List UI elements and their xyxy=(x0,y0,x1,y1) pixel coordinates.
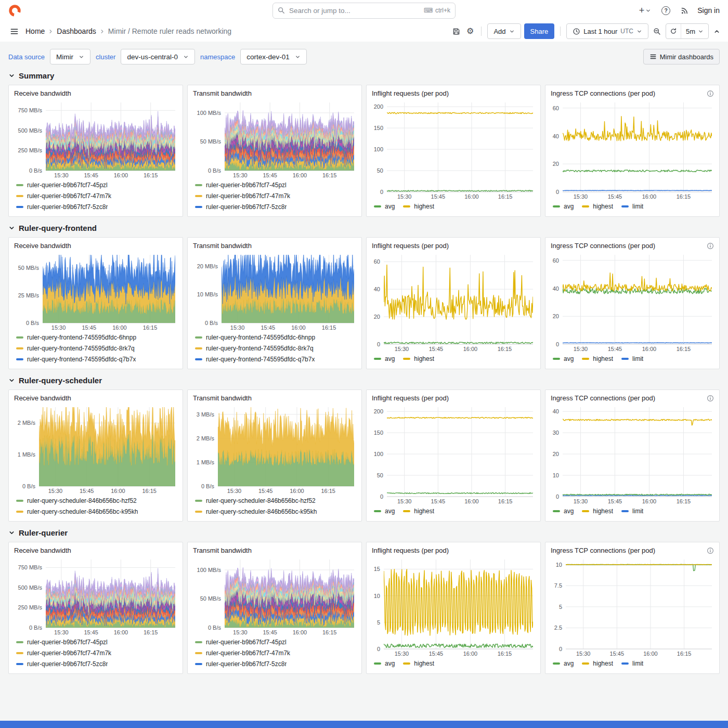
legend-item[interactable]: avg xyxy=(374,203,395,210)
breadcrumb-item[interactable]: Dashboards xyxy=(57,27,96,35)
panel-title[interactable]: Receive bandwidth xyxy=(14,547,71,554)
legend-item[interactable]: ruler-querier-b9b67fcf7-47m7k xyxy=(13,190,178,201)
time-series-plot[interactable]: 020406015:3015:4516:0016:15 xyxy=(550,251,715,353)
section-header-ruler-query-scheduler[interactable]: Ruler-query-scheduler xyxy=(8,376,720,385)
legend-item[interactable]: avg xyxy=(553,203,574,210)
legend-item[interactable]: limit xyxy=(621,660,643,667)
legend-item[interactable]: ruler-query-frontend-745595dfdc-q7b7x xyxy=(192,354,357,365)
datasource-filter-value[interactable]: Mimir xyxy=(50,49,90,64)
legend-item[interactable]: ruler-querier-b9b67fcf7-5zc8r xyxy=(192,658,357,669)
panel-title[interactable]: Transmit bandwidth xyxy=(193,547,252,554)
legend-item[interactable]: ruler-query-frontend-745595dfdc-8rk7q xyxy=(192,343,357,354)
breadcrumb-item[interactable]: Home xyxy=(25,27,45,35)
new-menu-button[interactable]: + xyxy=(638,4,653,17)
panel-info-button[interactable] xyxy=(707,395,714,402)
time-series-plot[interactable]: 0 B/s250 MB/s500 MB/s750 MB/s15:3015:451… xyxy=(13,99,178,179)
legend-item[interactable]: ruler-query-scheduler-846b656bc-hzf52 xyxy=(192,495,357,506)
panel-title[interactable]: Receive bandwidth xyxy=(14,89,71,97)
legend-item[interactable]: avg xyxy=(553,355,574,362)
mimir-dashboards-button[interactable]: Mimir dashboards xyxy=(643,49,720,64)
legend-item[interactable]: highest xyxy=(403,508,434,515)
grafana-logo[interactable] xyxy=(8,4,21,17)
panel-info-button[interactable] xyxy=(707,90,714,97)
time-series-plot[interactable]: 0 B/s1 MB/s2 MB/s3 MB/s15:3015:4516:0016… xyxy=(192,404,357,495)
legend-item[interactable]: highest xyxy=(582,660,613,667)
panel-title[interactable]: Ingress TCP connections (per pod) xyxy=(551,89,655,97)
time-series-plot[interactable]: 0 B/s250 MB/s500 MB/s750 MB/s15:3015:451… xyxy=(13,556,178,636)
dashboard-settings-button[interactable]: ⚙ xyxy=(465,25,475,37)
legend-item[interactable]: avg xyxy=(553,660,574,667)
panel-title[interactable]: Ingress TCP connections (per pod) xyxy=(551,242,655,250)
time-series-plot[interactable]: 01020304015:3015:4516:0016:15 xyxy=(550,404,715,505)
panel-title[interactable]: Receive bandwidth xyxy=(14,242,71,250)
time-series-plot[interactable]: 0 B/s50 MB/s100 MB/s15:3015:4516:0016:15 xyxy=(192,556,357,636)
legend-item[interactable]: ruler-query-scheduler-846b656bc-k95kh xyxy=(13,506,178,517)
time-series-plot[interactable]: 020406015:3015:4516:0016:15 xyxy=(550,99,715,201)
zoom-out-button[interactable] xyxy=(652,26,662,37)
legend-item[interactable]: ruler-querier-b9b67fcf7-45pzl xyxy=(13,179,178,190)
legend-item[interactable]: limit xyxy=(621,203,643,210)
legend-item[interactable]: avg xyxy=(374,355,395,362)
time-series-plot[interactable]: 05101515:3015:4516:0016:15 xyxy=(371,556,536,658)
add-panel-button[interactable]: Add xyxy=(487,23,521,39)
section-header-ruler-querier[interactable]: Ruler-querier xyxy=(8,528,720,537)
save-dashboard-button[interactable] xyxy=(451,26,462,37)
time-series-plot[interactable]: 05010015020015:3015:4516:0016:15 xyxy=(371,404,536,505)
datasource-filter-label[interactable]: Data source xyxy=(8,53,45,61)
legend-item[interactable]: highest xyxy=(582,355,613,362)
legend-item[interactable]: avg xyxy=(374,660,395,667)
legend-item[interactable]: ruler-querier-b9b67fcf7-47m7k xyxy=(13,647,178,658)
legend-item[interactable]: ruler-query-frontend-745595dfdc-8rk7q xyxy=(13,343,178,354)
time-series-plot[interactable]: 05010015020015:3015:4516:0016:15 xyxy=(371,99,536,201)
time-series-plot[interactable]: 020406015:3015:4516:0016:15 xyxy=(371,251,536,353)
cluster-filter-value[interactable]: dev-us-central-0 xyxy=(121,49,195,64)
panel-title[interactable]: Ingress TCP connections (per pod) xyxy=(551,547,655,554)
legend-item[interactable]: ruler-querier-b9b67fcf7-5zc8r xyxy=(13,658,178,669)
time-series-plot[interactable]: 0 B/s10 MB/s20 MB/s15:3015:4516:0016:15 xyxy=(192,251,357,332)
panel-info-button[interactable] xyxy=(707,242,714,250)
panel-title[interactable]: Ingress TCP connections (per pod) xyxy=(551,394,655,402)
legend-item[interactable]: limit xyxy=(621,355,643,362)
sign-in-link[interactable]: Sign in xyxy=(697,6,720,15)
legend-item[interactable]: avg xyxy=(374,508,395,515)
panel-title[interactable]: Inflight requests (per pod) xyxy=(372,394,449,402)
share-button[interactable]: Share xyxy=(524,23,555,39)
cluster-filter-label[interactable]: cluster xyxy=(96,53,115,61)
mega-menu-toggle-button[interactable] xyxy=(8,25,20,37)
panel-title[interactable]: Receive bandwidth xyxy=(14,394,71,402)
kiosk-mode-button[interactable] xyxy=(712,27,722,36)
legend-item[interactable]: ruler-querier-b9b67fcf7-47m7k xyxy=(192,190,357,201)
panel-title[interactable]: Transmit bandwidth xyxy=(193,394,252,402)
legend-item[interactable]: ruler-querier-b9b67fcf7-45pzl xyxy=(13,636,178,647)
panel-title[interactable]: Transmit bandwidth xyxy=(193,89,252,97)
legend-item[interactable]: limit xyxy=(621,508,643,515)
time-series-plot[interactable]: 0 B/s25 MB/s50 MB/s15:3015:4516:0016:15 xyxy=(13,251,178,332)
legend-item[interactable]: highest xyxy=(582,508,613,515)
legend-item[interactable]: highest xyxy=(403,203,434,210)
legend-item[interactable]: ruler-query-scheduler-846b656bc-k95kh xyxy=(192,506,357,517)
legend-item[interactable]: highest xyxy=(403,660,434,667)
time-range-picker[interactable]: Last 1 hour UTC xyxy=(566,23,648,39)
legend-item[interactable]: avg xyxy=(553,508,574,515)
time-series-plot[interactable]: 02.557.51015:3015:4516:0016:15 xyxy=(550,556,715,658)
refresh-button[interactable] xyxy=(666,24,681,38)
news-button[interactable] xyxy=(679,5,690,16)
panel-info-button[interactable] xyxy=(707,547,714,554)
legend-item[interactable]: ruler-querier-b9b67fcf7-45pzl xyxy=(192,179,357,190)
legend-item[interactable]: ruler-querier-b9b67fcf7-5zc8r xyxy=(192,201,357,212)
search-input[interactable]: Search or jump to... ⌨ ctrl+k xyxy=(272,3,456,19)
legend-item[interactable]: ruler-query-frontend-745595dfdc-q7b7x xyxy=(13,354,178,365)
section-header-summary[interactable]: Summary xyxy=(8,71,720,80)
time-series-plot[interactable]: 0 B/s1 MB/s2 MB/s15:3015:4516:0016:15 xyxy=(13,404,178,495)
panel-title[interactable]: Inflight requests (per pod) xyxy=(372,89,449,97)
legend-item[interactable]: highest xyxy=(582,203,613,210)
legend-item[interactable]: highest xyxy=(403,355,434,362)
legend-item[interactable]: ruler-query-frontend-745595dfdc-6hnpp xyxy=(13,332,178,343)
refresh-interval-picker[interactable]: 5m xyxy=(681,24,708,38)
namespace-filter-label[interactable]: namespace xyxy=(200,53,235,61)
section-header-ruler-query-frontend[interactable]: Ruler-query-frontend xyxy=(8,224,720,232)
panel-title[interactable]: Inflight requests (per pod) xyxy=(372,242,449,250)
panel-title[interactable]: Transmit bandwidth xyxy=(193,242,252,250)
time-series-plot[interactable]: 0 B/s50 MB/s100 MB/s15:3015:4516:0016:15 xyxy=(192,99,357,179)
legend-item[interactable]: ruler-query-scheduler-846b656bc-hzf52 xyxy=(13,495,178,506)
